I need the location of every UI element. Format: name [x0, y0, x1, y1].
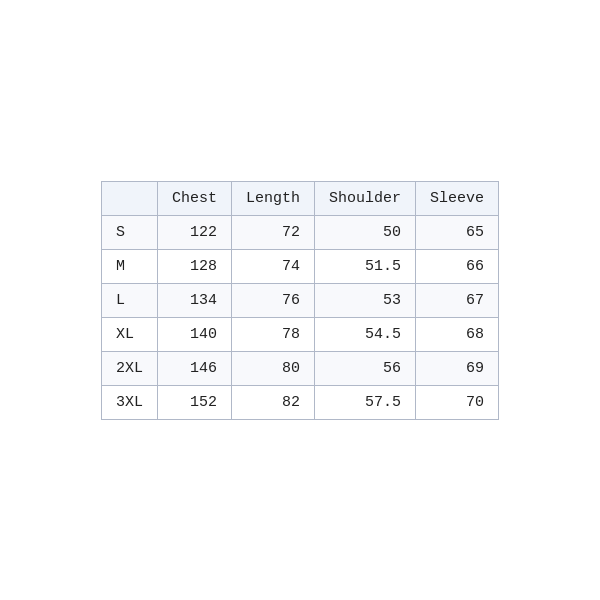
- size-chart-wrapper: Chest Length Shoulder Sleeve S122725065M…: [101, 181, 499, 420]
- cell-sleeve: 67: [416, 283, 499, 317]
- size-chart-table: Chest Length Shoulder Sleeve S122725065M…: [101, 181, 499, 420]
- cell-chest: 134: [157, 283, 231, 317]
- cell-shoulder: 53: [315, 283, 416, 317]
- header-length: Length: [231, 181, 314, 215]
- cell-length: 80: [231, 351, 314, 385]
- cell-length: 78: [231, 317, 314, 351]
- table-row: M1287451.566: [101, 249, 498, 283]
- cell-chest: 122: [157, 215, 231, 249]
- cell-length: 72: [231, 215, 314, 249]
- cell-sleeve: 70: [416, 385, 499, 419]
- cell-shoulder: 57.5: [315, 385, 416, 419]
- cell-sleeve: 69: [416, 351, 499, 385]
- cell-chest: 152: [157, 385, 231, 419]
- cell-chest: 140: [157, 317, 231, 351]
- table-row: S122725065: [101, 215, 498, 249]
- cell-shoulder: 54.5: [315, 317, 416, 351]
- cell-sleeve: 66: [416, 249, 499, 283]
- cell-size: M: [101, 249, 157, 283]
- header-shoulder: Shoulder: [315, 181, 416, 215]
- cell-chest: 146: [157, 351, 231, 385]
- cell-size: S: [101, 215, 157, 249]
- cell-shoulder: 51.5: [315, 249, 416, 283]
- cell-size: 3XL: [101, 385, 157, 419]
- cell-size: XL: [101, 317, 157, 351]
- cell-shoulder: 56: [315, 351, 416, 385]
- cell-length: 76: [231, 283, 314, 317]
- cell-size: L: [101, 283, 157, 317]
- header-sleeve: Sleeve: [416, 181, 499, 215]
- table-row: L134765367: [101, 283, 498, 317]
- header-size: [101, 181, 157, 215]
- cell-sleeve: 65: [416, 215, 499, 249]
- cell-sleeve: 68: [416, 317, 499, 351]
- cell-length: 82: [231, 385, 314, 419]
- table-row: 2XL146805669: [101, 351, 498, 385]
- table-header-row: Chest Length Shoulder Sleeve: [101, 181, 498, 215]
- table-row: 3XL1528257.570: [101, 385, 498, 419]
- header-chest: Chest: [157, 181, 231, 215]
- cell-shoulder: 50: [315, 215, 416, 249]
- cell-chest: 128: [157, 249, 231, 283]
- table-row: XL1407854.568: [101, 317, 498, 351]
- cell-length: 74: [231, 249, 314, 283]
- cell-size: 2XL: [101, 351, 157, 385]
